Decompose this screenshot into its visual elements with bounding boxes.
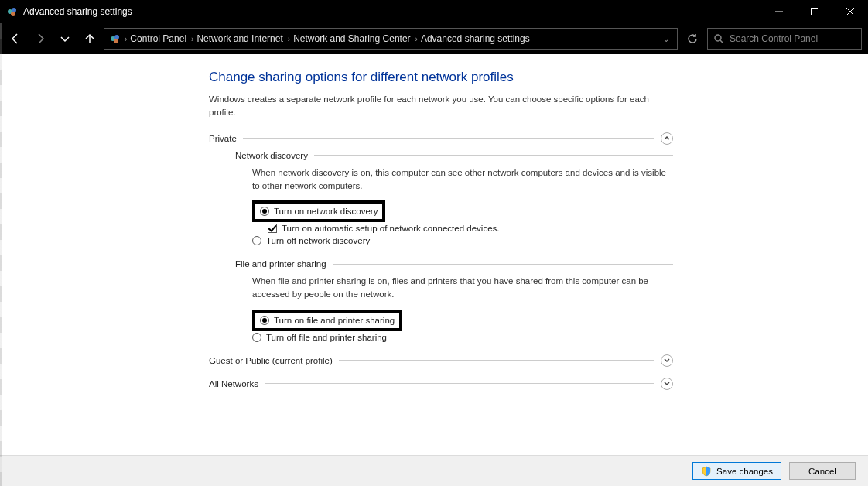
search-box[interactable]: Search Control Panel [707,28,862,50]
network-discovery-group: Network discovery When network discovery… [235,151,673,248]
content-area: Change sharing options for different net… [0,54,868,455]
private-section: Private Network discovery When network d… [209,132,673,344]
all-networks-label: All Networks [209,379,258,388]
divider [339,360,654,361]
page-description: Windows creates a separate network profi… [209,93,673,120]
window-title: Advanced sharing settings [23,6,132,17]
nd-off-label: Turn off network discovery [266,236,370,245]
svg-line-12 [720,40,723,43]
chevron-down-icon[interactable]: ⌄ [663,35,672,43]
cancel-button[interactable]: Cancel [789,462,856,480]
chevron-right-icon: › [125,35,127,43]
close-button[interactable] [832,0,868,23]
private-label: Private [209,134,237,143]
page-title: Change sharing options for different net… [209,70,673,85]
navigation-bar: › Control Panel› Network and Internet› N… [0,23,868,54]
app-icon [6,5,19,18]
fps-title: File and printer sharing [235,259,326,269]
cancel-label: Cancel [808,467,836,476]
minimize-button[interactable] [761,0,797,23]
maximize-button[interactable] [797,0,832,23]
titlebar: Advanced sharing settings [0,0,868,23]
breadcrumb[interactable]: Control Panel› [130,33,193,44]
svg-point-10 [114,39,118,43]
breadcrumb[interactable]: Network and Internet› [196,33,290,44]
collapse-button[interactable] [661,132,673,145]
guest-public-label: Guest or Public (current profile) [209,356,333,365]
divider [265,383,654,384]
up-button[interactable] [79,28,101,50]
network-discovery-title: Network discovery [235,151,308,160]
fps-off-radio[interactable] [252,333,261,342]
svg-point-9 [114,35,119,39]
breadcrumb[interactable]: Advanced sharing settings [421,33,530,44]
highlight-box: Turn on network discovery [252,200,385,222]
guest-public-section: Guest or Public (current profile) [209,354,673,367]
all-networks-section: All Networks [209,378,673,390]
address-bar[interactable]: › Control Panel› Network and Internet› N… [104,28,678,50]
svg-point-1 [12,8,16,12]
forward-button[interactable] [29,28,51,50]
search-icon [714,34,723,43]
nd-on-label: Turn on network discovery [274,207,378,216]
nd-off-radio[interactable] [252,236,261,245]
expand-button[interactable] [661,354,673,367]
address-icon [109,33,121,45]
bottom-bar: Save changes Cancel [0,455,868,486]
network-discovery-desc: When network discovery is on, this compu… [252,166,673,193]
refresh-button[interactable] [681,28,704,50]
back-button[interactable] [5,28,26,50]
file-printer-sharing-group: File and printer sharing When file and p… [235,259,673,344]
expand-button[interactable] [661,378,673,390]
svg-point-11 [715,35,721,41]
nd-auto-checkbox[interactable] [268,224,277,233]
divider [314,155,673,156]
fps-desc: When file and printer sharing is on, fil… [252,275,673,302]
shield-icon [701,466,712,477]
left-edge-artifact [0,23,2,486]
fps-on-label: Turn on file and printer sharing [274,316,395,325]
fps-on-radio[interactable] [260,316,269,325]
highlight-box: Turn on file and printer sharing [252,310,402,331]
search-placeholder: Search Control Panel [730,33,818,44]
recent-dropdown[interactable] [54,28,76,50]
divider [243,138,654,139]
save-changes-button[interactable]: Save changes [692,462,781,480]
divider [333,264,673,265]
nd-auto-label: Turn on automatic setup of network conne… [282,224,499,233]
svg-point-2 [11,12,15,16]
svg-rect-4 [812,9,818,15]
save-label: Save changes [716,467,773,476]
breadcrumb[interactable]: Network and Sharing Center› [293,33,418,44]
fps-off-label: Turn off file and printer sharing [266,333,387,342]
nd-on-radio[interactable] [260,207,269,216]
